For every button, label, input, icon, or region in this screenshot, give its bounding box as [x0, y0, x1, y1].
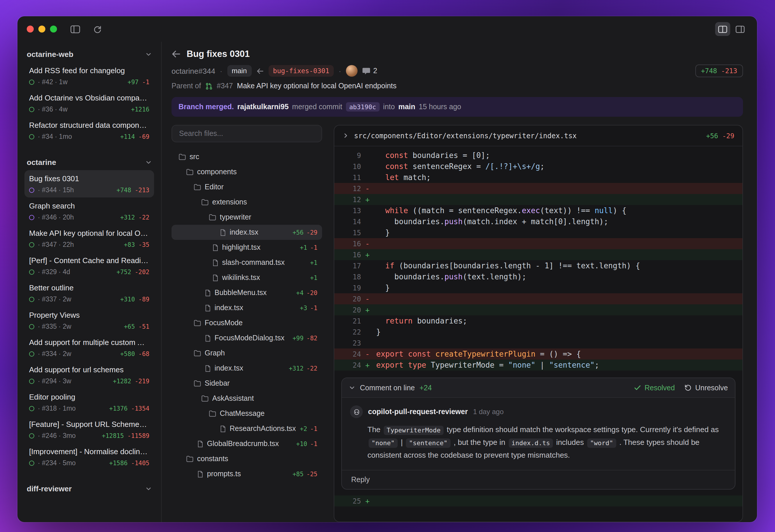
folder-icon	[201, 199, 209, 206]
diff-line[interactable]: 17 if (boundaries[boundaries.length - 1]…	[334, 260, 742, 271]
line-number: 21	[334, 317, 361, 325]
tree-item-name: Sidebar	[205, 379, 230, 387]
tree-item[interactable]: AskAssistant	[171, 391, 322, 406]
commit-hash[interactable]: ab3190c	[346, 102, 380, 112]
file-icon	[220, 229, 226, 236]
tree-item[interactable]: extensions	[171, 195, 322, 210]
tree-item[interactable]: FocusModeDialog.tsx+99-82	[171, 330, 322, 346]
sidebar-item[interactable]: Refactor structured data compone...· #34…	[24, 117, 154, 144]
diff-line[interactable]: 13 while ((match = sentenceRegex.exec(te…	[334, 205, 742, 216]
diff-line[interactable]: 18 boundaries.push(text.length);	[334, 271, 742, 282]
zoom-window-button[interactable]	[50, 26, 57, 33]
sidebar-item[interactable]: Bug fixes 0301· #344 · 15h+748-213	[24, 170, 154, 197]
comments-count[interactable]: 2	[362, 67, 377, 75]
back-button[interactable]	[171, 50, 181, 58]
tree-item[interactable]: prompts.ts+85-25	[171, 466, 322, 481]
pr-meta: · #335 · 2w+65-51	[29, 323, 149, 330]
tree-item[interactable]: index.tsx+3-1	[171, 300, 322, 315]
reply-button[interactable]: Reply	[342, 470, 735, 489]
pr-status-dot	[29, 134, 34, 139]
line-code: export type TypewriterMode = "none" | "s…	[374, 361, 599, 369]
sidebar-item[interactable]: [Perf] - Content Cache and Readin...· #3…	[24, 252, 154, 279]
diff-content[interactable]: 9 const boundaries = [0];10 const senten…	[334, 146, 742, 522]
diff-line[interactable]: 24+export type TypewriterMode = "none" |…	[334, 360, 742, 371]
diff-line[interactable]: 16+	[334, 249, 742, 260]
tree-item[interactable]: src	[171, 149, 322, 164]
tree-item[interactable]: highlight.tsx+1-1	[171, 240, 322, 255]
tree-item[interactable]: slash-command.tsx+1	[171, 255, 322, 270]
tree-item[interactable]: Graph	[171, 346, 322, 361]
diff-line[interactable]: 20+	[334, 304, 742, 315]
diff-line[interactable]: 15 }	[334, 227, 742, 238]
head-branch-badge[interactable]: bug-fixes-0301	[268, 65, 334, 77]
parent-pr-number[interactable]: #347	[217, 82, 233, 90]
tree-item[interactable]: BubbleMenu.tsx+4-20	[171, 285, 322, 300]
sidebar-item[interactable]: Add support for multiple custom AI...· #…	[24, 334, 154, 361]
sidebar-section-header[interactable]: octarine	[24, 157, 154, 168]
sidebar-toggle-button[interactable]	[67, 22, 82, 36]
tree-item[interactable]: index.tsx+312-22	[171, 361, 322, 376]
sidebar-item[interactable]: [Feature] - Support URL Schemes t...· #2…	[24, 416, 154, 443]
diff-line[interactable]: 25+	[334, 496, 742, 507]
diff-line[interactable]: 19 }	[334, 282, 742, 293]
line-sign: -	[361, 350, 374, 358]
file-icon	[212, 259, 219, 266]
unresolve-button[interactable]: Unresolve	[684, 384, 728, 392]
split-view-button[interactable]	[715, 22, 730, 36]
comment-author-row: copilot-pull-request-reviewer 1 day ago	[350, 405, 727, 418]
tree-item[interactable]: wikilinks.tsx+1	[171, 270, 322, 285]
diff-line[interactable]: 22}	[334, 326, 742, 337]
sidebar-section-header[interactable]: diff-reviewer	[24, 483, 154, 494]
tree-item[interactable]: ResearchActions.tsx+2-1	[171, 421, 322, 436]
deletions: -1	[310, 304, 318, 311]
resolved-label: Resolved	[645, 384, 675, 392]
diff-line[interactable]: 12+	[334, 194, 742, 205]
tree-item[interactable]: Sidebar	[171, 376, 322, 391]
diff-line[interactable]: 16-	[334, 238, 742, 249]
diff-line[interactable]: 14 boundaries.push(match.index + match[0…	[334, 216, 742, 227]
chevron-down-icon	[145, 159, 152, 166]
diff-line[interactable]: 12-	[334, 183, 742, 194]
tree-item[interactable]: ChatMessage	[171, 406, 322, 421]
sidebar-item[interactable]: [Improvement] - Normalise doclink ...· #…	[24, 443, 154, 470]
sidebar-item[interactable]: Editor pooling· #318 · 1mo+1376-1354	[24, 389, 154, 416]
diff-line[interactable]: 9 const boundaries = [0];	[334, 150, 742, 161]
tree-item[interactable]: GlobalBreadcrumb.tsx+10-1	[171, 436, 322, 451]
diff-line[interactable]: 10 const sentenceRegex = /[.!?]+\s+/g;	[334, 161, 742, 172]
sidebar-item[interactable]: Add Octarine vs Obsidian comparis...· #3…	[24, 89, 154, 117]
sidebar-item[interactable]: Add RSS feed for changelog· #42 · 1w+97-…	[24, 62, 154, 89]
file-search-input[interactable]	[178, 129, 316, 138]
sidebar-section-header[interactable]: octarine-web	[24, 49, 154, 60]
tree-item[interactable]: typewriter	[171, 210, 322, 225]
sidebar-item[interactable]: Add support for url schemes· #294 · 3w+1…	[24, 361, 154, 389]
diff-line[interactable]: 23	[334, 337, 742, 348]
additions: +1216	[131, 106, 149, 113]
diff-line[interactable]: 20-	[334, 293, 742, 304]
chevron-down-icon[interactable]	[349, 384, 355, 391]
tree-item[interactable]: Editor	[171, 179, 322, 195]
diff-line[interactable]: 11 let match;	[334, 172, 742, 183]
tree-item-name: Graph	[205, 349, 225, 357]
parent-pr-title[interactable]: Make API key optional for local OpenAI e…	[237, 82, 397, 90]
diff-line[interactable]: 24-export const createTypewriterPlugin =…	[334, 348, 742, 360]
tree-item[interactable]: index.tsx+56-29	[171, 225, 322, 240]
tree-item-name: index.tsx	[215, 304, 243, 312]
diff-line[interactable]: 21 return boundaries;	[334, 315, 742, 326]
line-sign: +	[361, 250, 374, 259]
refresh-button[interactable]	[89, 22, 105, 36]
diff-file-header[interactable]: src/components/Editor/extensions/typewri…	[334, 125, 742, 146]
sidebar-item[interactable]: Graph search· #346 · 20h+312-22	[24, 197, 154, 225]
base-branch-badge[interactable]: main	[227, 65, 252, 77]
minimize-window-button[interactable]	[38, 26, 45, 33]
close-window-button[interactable]	[27, 26, 34, 33]
columns-view-button[interactable]	[733, 22, 748, 36]
additions: +1	[310, 259, 318, 266]
tree-item[interactable]: constants	[171, 451, 322, 466]
resolved-indicator[interactable]: Resolved	[634, 384, 675, 392]
tree-item[interactable]: FocusMode	[171, 315, 322, 330]
sidebar-item[interactable]: Property Views· #335 · 2w+65-51	[24, 307, 154, 334]
pr-meta: · #234 · 5mo+1586-1405	[29, 459, 149, 466]
sidebar-item[interactable]: Better outline· #337 · 2w+310-89	[24, 279, 154, 307]
tree-item[interactable]: components	[171, 164, 322, 179]
sidebar-item[interactable]: Make API key optional for local Ope...· …	[24, 225, 154, 252]
